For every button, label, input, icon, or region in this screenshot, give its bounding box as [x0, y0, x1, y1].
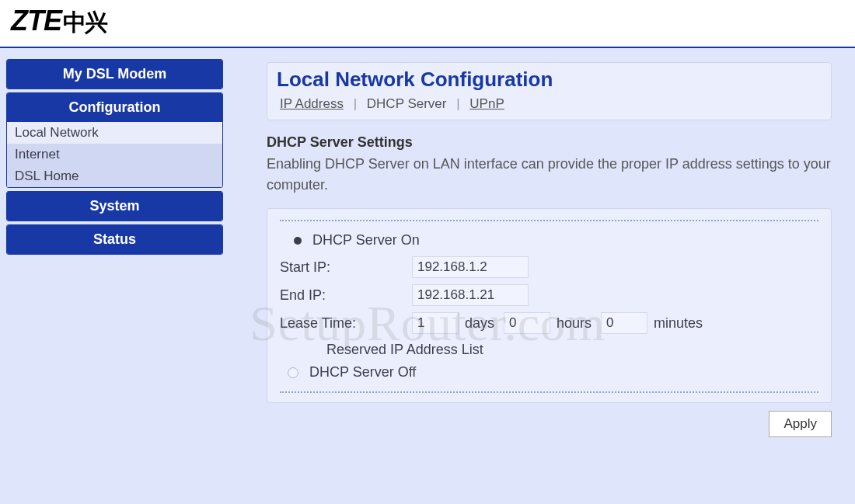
sidebar-item-configuration[interactable]: Configuration — [7, 93, 222, 122]
lease-minutes-unit: minutes — [654, 315, 703, 332]
lease-minutes-input[interactable] — [601, 312, 647, 334]
lease-time-label: Lease Time: — [280, 315, 412, 332]
radio-selected-icon — [294, 237, 302, 245]
end-ip-input[interactable] — [412, 284, 529, 306]
divider-top — [280, 220, 818, 221]
sidebar-item-dsl-home[interactable]: DSL Home — [7, 165, 222, 187]
tab-bar: IP Address | DHCP Server | UPnP — [277, 96, 822, 112]
dhcp-form-panel: DHCP Server On Start IP: End IP: Lease T… — [267, 208, 832, 403]
sidebar-item-status[interactable]: Status — [7, 225, 222, 254]
brand-logo: ZTE中兴 — [0, 0, 855, 48]
radio-dhcp-off-label: DHCP Server Off — [309, 364, 416, 381]
reserved-ip-link[interactable]: Reserved IP Address List — [326, 342, 483, 357]
radio-dhcp-off[interactable]: DHCP Server Off — [288, 364, 818, 381]
tab-dhcp-server[interactable]: DHCP Server — [364, 96, 450, 111]
lease-days-unit: days — [465, 315, 494, 332]
radio-dhcp-on-label: DHCP Server On — [312, 232, 420, 249]
radio-dhcp-on[interactable]: DHCP Server On — [294, 232, 818, 249]
section-title: DHCP Server Settings — [267, 134, 832, 151]
divider-bottom — [280, 391, 818, 393]
lease-days-input[interactable] — [412, 312, 459, 334]
sidebar-item-my-dsl-modem[interactable]: My DSL Modem — [7, 60, 222, 89]
brand-cn: 中兴 — [63, 9, 106, 35]
start-ip-input[interactable] — [412, 256, 529, 278]
page-title: Local Network Configuration — [277, 68, 822, 92]
apply-button[interactable]: Apply — [769, 411, 832, 437]
sidebar-item-system[interactable]: System — [7, 192, 222, 221]
end-ip-label: End IP: — [280, 287, 412, 304]
start-ip-label: Start IP: — [280, 259, 412, 276]
tab-ip-address[interactable]: IP Address — [277, 96, 347, 111]
page-header-panel: Local Network Configuration IP Address |… — [267, 62, 832, 120]
sidebar-item-local-network[interactable]: Local Network — [7, 122, 222, 144]
lease-hours-unit: hours — [557, 315, 592, 332]
sidebar-item-internet[interactable]: Internet — [7, 144, 222, 165]
brand-en: ZTE — [11, 5, 61, 36]
lease-hours-input[interactable] — [504, 312, 550, 334]
tab-upnp[interactable]: UPnP — [466, 96, 507, 111]
sidebar: My DSL Modem Configuration Local Network… — [0, 48, 229, 504]
section-description: Enabling DHCP Server on LAN interface ca… — [267, 154, 832, 196]
radio-unselected-icon — [288, 367, 298, 378]
main-content: Local Network Configuration IP Address |… — [229, 48, 855, 504]
